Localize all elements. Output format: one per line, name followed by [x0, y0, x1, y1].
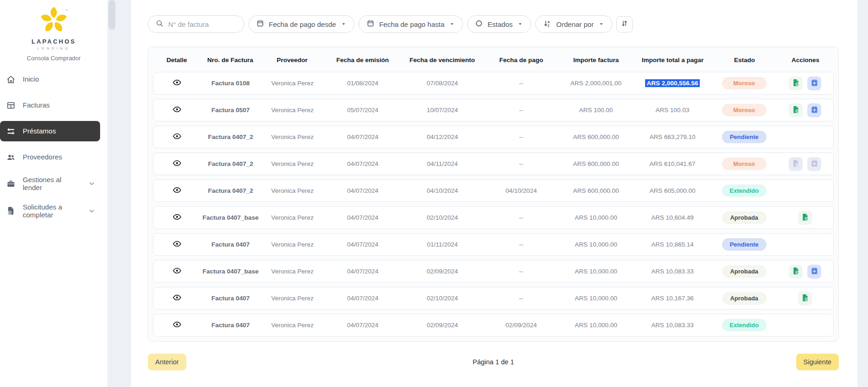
sidebar-item-facturas[interactable]: Facturas: [0, 95, 100, 115]
cell-detalle: [153, 239, 201, 250]
cell-acciones: [777, 211, 833, 225]
cell-importe: ARS 10,000.00: [558, 295, 633, 302]
status-badge: Aprobada: [722, 292, 767, 305]
flower-logo-icon: ®: [39, 29, 69, 37]
approve-document-button[interactable]: [789, 103, 803, 117]
cell-pago: 04/10/2024: [484, 187, 558, 194]
cell-pago: --: [484, 214, 558, 221]
view-detail-button[interactable]: [172, 185, 182, 196]
cell-nro: Factura 0407: [201, 322, 260, 329]
view-detail-button[interactable]: [172, 212, 182, 223]
cell-vencimiento: 07/08/2024: [401, 80, 484, 87]
column-header-pago: Fecha de pago: [484, 57, 559, 63]
sidebar-item-prestamos[interactable]: Préstamos: [0, 121, 100, 141]
view-detail-button[interactable]: [172, 132, 182, 142]
extend-date-button[interactable]: [807, 76, 821, 90]
brand-name: LAPACHOS: [0, 38, 108, 45]
cell-emision: 04/07/2024: [325, 160, 401, 167]
caret-down-icon: [449, 20, 455, 28]
cell-emision: 04/07/2024: [325, 133, 401, 140]
cell-estado: Aprobada: [711, 211, 777, 224]
approve-document-button[interactable]: [798, 292, 812, 305]
next-page-button[interactable]: Siguiente: [796, 354, 839, 370]
status-badge: Extendido: [722, 184, 767, 197]
caret-down-icon: [341, 20, 347, 28]
cell-total: ARS 10,167.36: [634, 295, 712, 302]
states-filter[interactable]: Estados: [467, 15, 531, 33]
chevron-down-icon: [88, 207, 95, 215]
cell-nro: Factura 0407_2: [201, 160, 260, 167]
caret-down-icon: [598, 20, 604, 28]
extend-date-button[interactable]: [807, 265, 821, 279]
table-row: Factura 0407Veronica Perez04/07/202401/1…: [153, 233, 834, 256]
view-detail-button[interactable]: [172, 266, 182, 277]
table-row: Factura 0507Veronica Perez05/07/202410/0…: [153, 99, 834, 121]
cell-vencimiento: 02/10/2024: [401, 214, 484, 221]
cell-vencimiento: 10/07/2024: [401, 107, 484, 114]
table-header-row: DetalleNro. de FacturaProveedorFecha de …: [153, 52, 834, 68]
view-detail-button[interactable]: [172, 320, 182, 330]
extend-date-button[interactable]: [807, 103, 821, 117]
cell-emision: 04/07/2024: [325, 295, 401, 302]
row-actions: [777, 211, 833, 225]
column-header-vencimiento: Fecha de vencimiento: [401, 57, 484, 63]
view-detail-button[interactable]: [172, 159, 182, 169]
sidebar-item-inicio[interactable]: Inicio: [0, 69, 100, 89]
circle-icon: [475, 19, 483, 29]
previous-page-button[interactable]: Anterior: [148, 354, 186, 370]
view-detail-button[interactable]: [172, 105, 182, 115]
cell-proveedor: Veronica Perez: [260, 214, 324, 221]
date-from-filter[interactable]: Fecha de pago desde: [248, 15, 355, 33]
page-gutter-right: [857, 0, 868, 387]
approve-document-button[interactable]: [798, 211, 812, 225]
view-detail-button[interactable]: [172, 293, 182, 304]
table-icon: [6, 100, 16, 110]
cell-vencimiento: 04/12/2024: [401, 133, 484, 140]
sort-direction-button[interactable]: [616, 16, 633, 32]
order-by-label: Ordenar por: [556, 20, 594, 28]
doc-check-icon: [792, 266, 800, 277]
cell-detalle: [153, 212, 201, 223]
sidebar-item-label: Préstamos: [23, 127, 56, 135]
order-by-filter[interactable]: A Z Ordenar por: [535, 15, 612, 33]
cell-importe: ARS 10,000.00: [558, 214, 633, 221]
cell-emision: 04/07/2024: [325, 322, 401, 329]
cell-importe: ARS 600,000.00: [558, 160, 633, 167]
date-to-filter[interactable]: Fecha de pago hasta: [359, 15, 463, 33]
invoice-search-field[interactable]: [148, 15, 244, 33]
cell-nro: Factura 0507: [201, 107, 260, 114]
calendar-add-icon: [810, 78, 819, 89]
status-badge: Moroso: [722, 77, 767, 89]
cell-acciones: [777, 265, 833, 279]
cell-proveedor: Veronica Perez: [260, 80, 324, 87]
row-actions: [777, 103, 833, 117]
eye-icon: [172, 320, 182, 330]
cell-nro: Factura 0407: [201, 241, 260, 248]
cell-total: ARS 10,604.49: [634, 214, 712, 221]
document-check-icon: [6, 206, 16, 216]
cell-proveedor: Veronica Perez: [260, 295, 324, 302]
cell-total: ARS 10,083.33: [634, 322, 712, 329]
cell-acciones: [777, 76, 833, 90]
approve-document-button[interactable]: [789, 76, 803, 90]
sidebar-item-solicitudes[interactable]: Solicitudes a completar: [0, 200, 100, 222]
approve-document-button[interactable]: [789, 265, 803, 279]
view-detail-button[interactable]: [172, 239, 182, 250]
cell-total: ARS 10,083.33: [634, 268, 712, 275]
search-input[interactable]: [168, 20, 238, 28]
cell-estado: Moroso: [711, 158, 777, 170]
cell-total: ARS 2,000,556.56: [634, 80, 712, 87]
cell-nro: Factura 0407_2: [201, 133, 260, 140]
view-detail-button[interactable]: [172, 78, 182, 89]
svg-text:A: A: [548, 20, 550, 23]
sidebar-item-proveedores[interactable]: Proveedores: [0, 147, 100, 167]
date-from-label: Fecha de pago desde: [269, 20, 336, 28]
sidebar-item-gestiones[interactable]: Gestiones al lender: [0, 173, 100, 195]
brand-logo: ® LAPACHOS LENDING Consola Comprador: [0, 0, 108, 62]
arrows-up-down-icon: [621, 19, 628, 29]
vertical-scrollbar-thumb[interactable]: [108, 0, 115, 30]
cell-detalle: [153, 78, 201, 89]
calendar-add-icon: [810, 266, 819, 277]
cell-nro: Factura 0108: [201, 80, 260, 87]
cell-pago: --: [484, 160, 558, 167]
